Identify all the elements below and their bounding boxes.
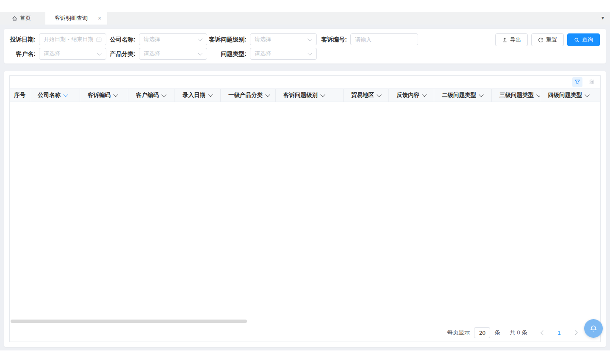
issue-type-label: 问题类型: xyxy=(221,50,247,58)
table-body xyxy=(10,102,600,324)
sort-chevron-icon[interactable] xyxy=(265,92,270,97)
column-label: 二级问题类型 xyxy=(442,91,476,99)
issue-type-placeholder: 请选择 xyxy=(255,50,271,58)
next-page-button[interactable] xyxy=(570,327,581,338)
total-count: 共 0 条 xyxy=(510,329,527,336)
home-icon xyxy=(12,16,17,21)
chevron-down-icon xyxy=(308,51,312,55)
issue-level-label: 客诉问题级别: xyxy=(209,36,247,44)
column-header[interactable]: 反馈内容 xyxy=(389,89,434,102)
sort-chevron-icon[interactable] xyxy=(113,92,118,97)
tab-home-label: 首页 xyxy=(20,14,31,22)
column-label: 反馈内容 xyxy=(396,91,419,99)
reset-button[interactable]: 重置 xyxy=(531,33,564,46)
complaint-date-field: 投诉日期: 开始日期 - 结束日期 xyxy=(39,33,106,45)
date-end-placeholder: 结束日期 xyxy=(71,36,93,43)
complaint-date-label: 投诉日期: xyxy=(10,36,36,44)
close-tab-icon[interactable]: × xyxy=(98,15,101,21)
product-category-field: 产品分类: 请选择 xyxy=(139,48,207,60)
column-header[interactable]: 客户编码 xyxy=(128,89,175,102)
page-size-prefix: 每页显示 xyxy=(447,329,470,336)
sort-chevron-icon[interactable] xyxy=(377,92,381,97)
date-separator: - xyxy=(68,36,69,43)
sort-chevron-icon[interactable] xyxy=(422,92,427,97)
column-label: 四级问题类型 xyxy=(548,91,582,99)
complaint-no-input[interactable] xyxy=(350,33,418,45)
sort-chevron-icon[interactable] xyxy=(536,92,540,97)
customer-name-field: 客户名: 请选择 xyxy=(39,48,106,60)
column-label: 录入日期 xyxy=(183,91,205,99)
column-header[interactable]: 录入日期 xyxy=(175,89,221,102)
horizontal-scrollbar[interactable] xyxy=(11,320,247,323)
sort-chevron-icon[interactable] xyxy=(208,92,213,97)
results-panel: 序号公司名称客诉编码客户编码录入日期一级产品分类客诉问题级别贸易地区反馈内容二级… xyxy=(4,71,606,347)
column-header[interactable]: 贸易地区 xyxy=(344,89,389,102)
column-label: 公司名称 xyxy=(38,91,61,99)
issue-type-select[interactable]: 请选择 xyxy=(250,48,317,60)
sort-chevron-icon[interactable] xyxy=(320,92,325,97)
column-header: 序号 xyxy=(10,89,30,102)
sort-chevron-icon[interactable] xyxy=(585,92,589,97)
column-label: 客户编码 xyxy=(136,91,159,99)
column-label: 客诉问题级别 xyxy=(283,91,318,99)
tab-options-caret-icon[interactable]: ▼ xyxy=(601,16,605,20)
sort-chevron-icon[interactable] xyxy=(63,92,68,97)
column-header[interactable]: 一级产品分类 xyxy=(221,89,276,102)
column-settings-button[interactable] xyxy=(587,77,597,87)
filter-actions: 导出 重置 查询 xyxy=(495,33,600,46)
column-header[interactable]: 二级问题类型 xyxy=(434,89,492,102)
issue-level-field: 客诉问题级别: 请选择 xyxy=(250,33,317,45)
chevron-down-icon xyxy=(198,36,202,41)
issue-level-placeholder: 请选择 xyxy=(255,36,271,43)
column-label: 贸易地区 xyxy=(351,91,374,99)
column-header[interactable]: 公司名称 xyxy=(30,89,80,102)
customer-name-label: 客户名: xyxy=(16,50,36,58)
bell-icon xyxy=(589,324,598,333)
chevron-right-icon xyxy=(573,330,577,335)
tab-home[interactable]: 首页 xyxy=(5,12,38,25)
export-button[interactable]: 导出 xyxy=(495,33,528,46)
column-label: 序号 xyxy=(14,91,25,99)
chevron-down-icon xyxy=(97,51,102,55)
search-button[interactable]: 查询 xyxy=(567,33,600,46)
complaint-no-field: 客诉编号: xyxy=(350,33,418,45)
chevron-left-icon xyxy=(541,330,545,335)
prev-page-button[interactable] xyxy=(538,327,549,338)
chevron-down-icon xyxy=(198,51,202,55)
tab-bar: 首页 客诉明细查询 × ▼ xyxy=(0,12,610,25)
calendar-icon xyxy=(96,37,102,42)
filter-panel: 投诉日期: 开始日期 - 结束日期 公司名称: 请选择 客诉问题级别: xyxy=(4,29,606,63)
product-category-label: 产品分类: xyxy=(110,50,136,58)
filter-funnel-button[interactable] xyxy=(572,77,582,87)
company-name-placeholder: 请选择 xyxy=(144,36,160,43)
table-header-row: 序号公司名称客诉编码客户编码录入日期一级产品分类客诉问题级别贸易地区反馈内容二级… xyxy=(10,88,600,102)
column-header[interactable]: 四级问题类型 xyxy=(540,89,599,102)
notification-fab[interactable] xyxy=(584,319,603,338)
current-page[interactable]: 1 xyxy=(553,330,566,336)
column-label: 三级问题类型 xyxy=(499,91,534,99)
complaint-no-label: 客诉编号: xyxy=(321,36,347,44)
tab-complaint-query[interactable]: 客诉明细查询 × xyxy=(45,12,107,25)
company-name-field: 公司名称: 请选择 xyxy=(139,33,207,45)
page-size-suffix: 条 xyxy=(494,329,500,336)
export-icon xyxy=(502,37,507,43)
column-header[interactable]: 客诉问题级别 xyxy=(276,89,344,102)
company-name-label: 公司名称: xyxy=(110,36,136,44)
issue-level-select[interactable]: 请选择 xyxy=(250,33,317,45)
product-category-select[interactable]: 请选择 xyxy=(139,48,207,60)
sort-chevron-icon[interactable] xyxy=(161,92,166,97)
table-toolbar xyxy=(10,76,600,88)
column-header[interactable]: 三级问题类型 xyxy=(492,89,540,102)
customer-name-select[interactable]: 请选择 xyxy=(39,48,106,60)
search-icon xyxy=(574,37,580,43)
column-label: 一级产品分类 xyxy=(228,91,263,99)
page-size-input[interactable] xyxy=(474,327,490,338)
export-label: 导出 xyxy=(510,36,521,44)
complaint-date-range-input[interactable]: 开始日期 - 结束日期 xyxy=(39,33,106,45)
reset-label: 重置 xyxy=(546,36,557,44)
customer-name-placeholder: 请选择 xyxy=(44,50,60,58)
tab-active-label: 客诉明细查询 xyxy=(55,14,88,22)
company-name-select[interactable]: 请选择 xyxy=(139,33,207,45)
sort-chevron-icon[interactable] xyxy=(479,92,483,97)
column-header[interactable]: 客诉编码 xyxy=(80,89,128,102)
